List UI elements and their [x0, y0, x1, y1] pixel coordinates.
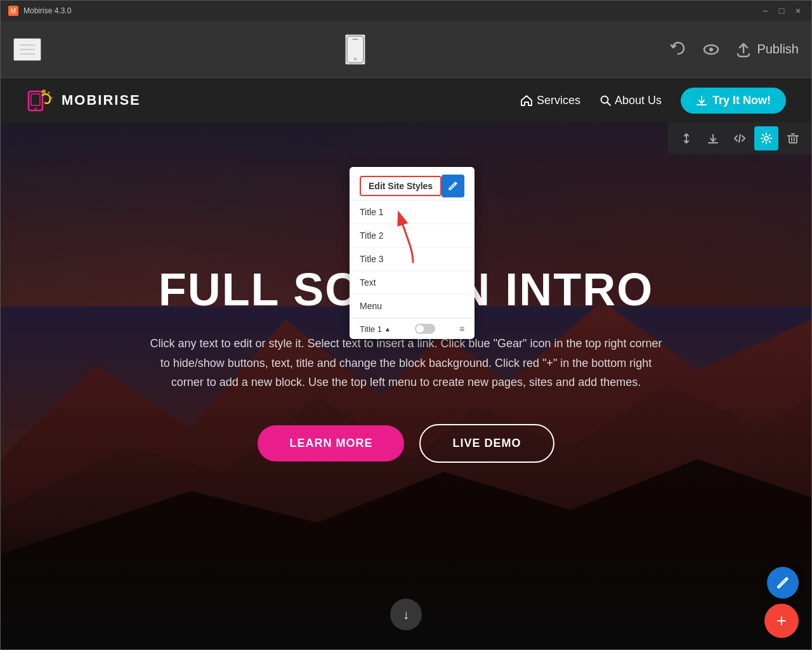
svg-rect-23: [789, 136, 797, 143]
toolbar-right: Publish: [669, 41, 799, 58]
style-item-text[interactable]: Text: [350, 271, 475, 295]
footer-menu-icon[interactable]: ≡: [459, 324, 464, 334]
svg-point-7: [35, 108, 37, 110]
move-block-button[interactable]: [674, 126, 698, 150]
svg-point-8: [42, 90, 46, 93]
style-item-menu[interactable]: Menu: [350, 295, 475, 318]
try-it-now-button[interactable]: Try It Now!: [681, 88, 786, 114]
toggle-knob: [416, 325, 424, 333]
edit-styles-header: Edit Site Styles: [350, 167, 475, 201]
site-nav-links: Services About Us Try It Now!: [520, 88, 786, 114]
live-demo-button[interactable]: LIVE DEMO: [419, 424, 554, 463]
preview-area: MOBIRISE Services About Us: [1, 78, 811, 649]
gear-block-icon: [761, 133, 772, 144]
title-bar: M Mobirise 4.3.0 − □ ×: [1, 1, 811, 21]
preview-button[interactable]: [702, 41, 720, 58]
app-toolbar: Publish: [1, 21, 811, 78]
edit-styles-footer: Title 1 ▲ ≡: [350, 318, 475, 339]
edit-styles-pencil-button[interactable]: [442, 175, 464, 197]
toolbar-left: [13, 38, 41, 61]
undo-button[interactable]: [669, 41, 687, 58]
trash-icon: [787, 133, 799, 144]
hamburger-line-1: [20, 44, 35, 46]
publish-label: Publish: [757, 42, 799, 56]
services-label: Services: [537, 94, 580, 107]
minimize-button[interactable]: −: [759, 5, 771, 17]
window-controls: − □ ×: [759, 5, 804, 17]
close-button[interactable]: ×: [792, 5, 804, 17]
edit-styles-popup: Edit Site Styles Title 1 Title 2 Title 3…: [350, 167, 475, 339]
svg-point-22: [764, 136, 768, 140]
app-icon: M: [8, 6, 18, 16]
footer-title-label: Title 1 ▲: [360, 324, 391, 334]
eye-icon: [702, 41, 720, 58]
svg-line-21: [739, 135, 740, 142]
site-logo: MOBIRISE: [26, 86, 141, 114]
style-item-title3[interactable]: Title 3: [350, 248, 475, 271]
upload-icon: [735, 41, 752, 58]
edit-styles-list: Title 1 Title 2 Title 3 Text Menu: [350, 201, 475, 318]
style-item-title1[interactable]: Title 1: [350, 201, 475, 224]
try-btn-label: Try It Now!: [712, 94, 771, 107]
menu-button[interactable]: [13, 38, 41, 61]
maximize-button[interactable]: □: [776, 5, 787, 17]
settings-block-button[interactable]: [754, 126, 778, 150]
learn-more-button[interactable]: LEARN MORE: [258, 425, 404, 461]
search-nav-icon: [599, 95, 611, 106]
svg-rect-6: [31, 94, 40, 105]
block-toolbar: [668, 123, 811, 154]
hero-subtitle[interactable]: Click any text to edit or style it. Sele…: [146, 334, 666, 392]
pencil-icon: [448, 181, 458, 191]
app-title: Mobirise 4.3.0: [23, 6, 71, 15]
site-nav: MOBIRISE Services About Us: [1, 78, 811, 123]
undo-icon: [669, 41, 687, 58]
svg-point-10: [50, 96, 53, 99]
svg-point-1: [354, 58, 357, 60]
toolbar-center: [345, 34, 365, 65]
hero-buttons: LEARN MORE LIVE DEMO: [258, 424, 554, 463]
hamburger-line-3: [20, 53, 35, 55]
publish-button[interactable]: Publish: [735, 41, 799, 58]
logo-icon: [26, 86, 54, 114]
svg-line-12: [607, 102, 610, 105]
fab-add-icon: +: [776, 612, 787, 630]
title-bar-left: M Mobirise 4.3.0: [8, 6, 71, 16]
hero-section: FULL SCREEN INTRO Click any text to edit…: [1, 78, 811, 649]
style-item-title2[interactable]: Title 2: [350, 224, 475, 248]
scroll-down-button[interactable]: ↓: [390, 599, 422, 630]
svg-point-4: [709, 48, 713, 51]
hamburger-line-2: [20, 49, 35, 50]
code-icon: [734, 133, 745, 144]
footer-toggle[interactable]: [415, 324, 435, 334]
app-window: M Mobirise 4.3.0 − □ ×: [0, 0, 812, 650]
move-icon: [681, 133, 692, 144]
download-block-icon: [707, 133, 719, 144]
home-icon: [520, 94, 533, 107]
fab-pencil-icon: [776, 576, 790, 590]
about-us-link[interactable]: About Us: [599, 94, 662, 107]
download-block-button[interactable]: [701, 126, 725, 150]
logo-svg: [26, 86, 54, 114]
fab-add-button[interactable]: +: [764, 604, 799, 638]
code-block-button[interactable]: [728, 126, 752, 150]
scroll-down-icon: ↓: [403, 607, 409, 622]
mountain-overlay: [1, 522, 811, 649]
fab-edit-button[interactable]: [767, 567, 799, 599]
about-us-label: About Us: [615, 94, 662, 107]
logo-text: MOBIRISE: [62, 92, 141, 109]
download-icon: [696, 95, 707, 106]
services-link[interactable]: Services: [520, 94, 580, 107]
phone-icon: [346, 36, 364, 63]
svg-point-9: [48, 91, 50, 94]
edit-styles-title: Edit Site Styles: [360, 176, 442, 196]
edit-styles-title-row: Edit Site Styles: [360, 175, 464, 200]
delete-block-button[interactable]: [781, 126, 805, 150]
mobile-preview-button[interactable]: [345, 34, 365, 65]
